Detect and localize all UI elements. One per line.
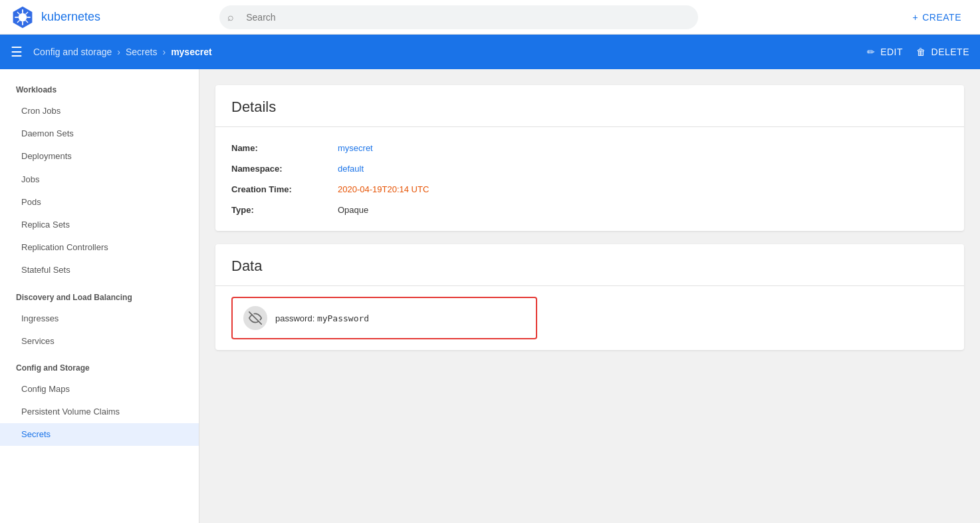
detail-label-creation-time: Creation Time:	[231, 184, 338, 194]
data-password-content: password: myPassword	[275, 313, 369, 323]
sidebar-item-pvc[interactable]: Persistent Volume Claims	[0, 401, 199, 423]
details-grid: Name: mysecret Namespace: default Creati…	[215, 127, 964, 231]
eye-off-icon	[249, 311, 262, 325]
sidebar-section-config: Config and Storage	[0, 355, 199, 378]
data-card: Data password: myPassword	[215, 244, 964, 350]
sidebar-item-ingresses[interactable]: Ingresses	[0, 307, 199, 330]
sidebar-item-cron-jobs[interactable]: Cron Jobs	[0, 100, 199, 122]
detail-label-namespace: Namespace:	[231, 164, 338, 174]
breadcrumb-separator-1: ›	[117, 47, 120, 57]
svg-point-1	[19, 13, 27, 21]
menu-icon[interactable]: ☰	[11, 44, 23, 60]
logo-area: kubernetes	[11, 5, 100, 29]
data-password-key: password:	[275, 313, 317, 323]
edit-icon: ✏	[867, 47, 876, 57]
sidebar-item-config-maps[interactable]: Config Maps	[0, 378, 199, 401]
detail-row-name: Name: mysecret	[231, 138, 948, 158]
breadcrumb-section[interactable]: Config and storage	[33, 47, 112, 57]
detail-value-creation-time[interactable]: 2020-04-19T20:14 UTC	[338, 184, 429, 194]
breadcrumb-parent[interactable]: Secrets	[126, 47, 157, 57]
data-title: Data	[215, 244, 964, 286]
sidebar-item-jobs[interactable]: Jobs	[0, 168, 199, 191]
main-content: Details Name: mysecret Namespace: defaul…	[199, 69, 980, 523]
detail-row-namespace: Namespace: default	[231, 158, 948, 179]
data-password-value: myPassword	[317, 313, 369, 323]
detail-value-name[interactable]: mysecret	[338, 143, 373, 153]
sidebar-item-stateful-sets[interactable]: Stateful Sets	[0, 259, 199, 281]
detail-label-name: Name:	[231, 143, 338, 153]
sidebar-section-workloads: Workloads	[0, 77, 199, 100]
sidebar-item-pods[interactable]: Pods	[0, 191, 199, 214]
toggle-visibility-button[interactable]	[243, 306, 267, 330]
app-title: kubernetes	[41, 10, 100, 24]
edit-button[interactable]: ✏ EDIT	[867, 47, 903, 57]
search-bar: ⌕	[219, 5, 698, 29]
top-navigation: kubernetes ⌕ + CREATE	[0, 0, 980, 35]
create-plus-icon: +	[913, 12, 919, 23]
sidebar-item-daemon-sets[interactable]: Daemon Sets	[0, 122, 199, 145]
detail-value-type: Opaque	[338, 205, 368, 215]
sidebar: Workloads Cron Jobs Daemon Sets Deployme…	[0, 69, 199, 523]
delete-icon: 🗑	[916, 47, 926, 57]
details-title: Details	[215, 85, 964, 127]
main-layout: Workloads Cron Jobs Daemon Sets Deployme…	[0, 69, 980, 523]
breadcrumb: Config and storage › Secrets › mysecret	[33, 47, 867, 57]
delete-button[interactable]: 🗑 DELETE	[916, 47, 969, 57]
sidebar-item-replica-sets[interactable]: Replica Sets	[0, 214, 199, 236]
detail-row-creation-time: Creation Time: 2020-04-19T20:14 UTC	[231, 179, 948, 200]
breadcrumb-separator-2: ›	[162, 47, 166, 57]
detail-value-namespace[interactable]: default	[338, 164, 364, 174]
sidebar-item-services[interactable]: Services	[0, 330, 199, 353]
kubernetes-logo-icon	[11, 5, 35, 29]
detail-row-type: Type: Opaque	[231, 200, 948, 220]
breadcrumb-bar: ☰ Config and storage › Secrets › mysecre…	[0, 35, 980, 69]
sidebar-item-deployments[interactable]: Deployments	[0, 145, 199, 168]
detail-label-type: Type:	[231, 205, 338, 215]
data-item-password: password: myPassword	[231, 297, 537, 339]
details-card: Details Name: mysecret Namespace: defaul…	[215, 85, 964, 231]
search-icon: ⌕	[227, 11, 234, 23]
breadcrumb-current: mysecret	[171, 47, 212, 57]
search-input[interactable]	[219, 5, 698, 29]
sidebar-item-replication-controllers[interactable]: Replication Controllers	[0, 236, 199, 259]
sidebar-section-discovery: Discovery and Load Balancing	[0, 285, 199, 307]
create-button[interactable]: + CREATE	[905, 7, 969, 28]
sidebar-item-secrets[interactable]: Secrets	[0, 423, 199, 446]
breadcrumb-actions: ✏ EDIT 🗑 DELETE	[867, 47, 969, 57]
